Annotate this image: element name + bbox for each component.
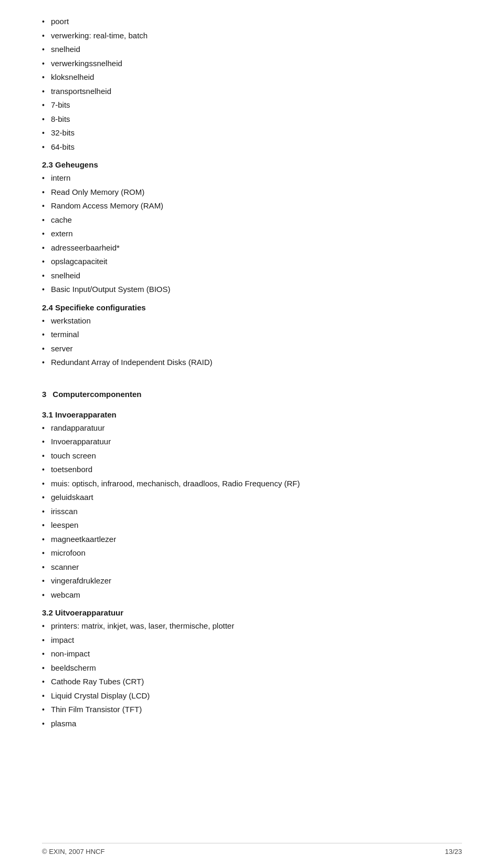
list-item: muis: optisch, infrarood, mechanisch, dr… [42,478,462,490]
list-item: Thin Film Transistor (TFT) [42,704,462,716]
page-footer: © EXIN, 2007 HNCF 13/23 [42,843,462,855]
list-item: snelheid [42,270,462,282]
section-3-2-number: 3.2 [42,608,53,617]
list-item: poort [42,16,462,28]
section-3-1: 3.1 Invoerapparaten randapparatuur Invoe… [42,410,462,601]
section-3-2: 3.2 Uitvoerapparatuur printers: matrix, … [42,608,462,729]
list-item: server [42,343,462,355]
list-item: geluidskaart [42,492,462,504]
list-item: Read Only Memory (ROM) [42,186,462,199]
list-item: non-impact [42,648,462,660]
section-2-3-heading: 2.3 Geheugens [42,160,462,169]
section-3-1-list: randapparatuur Invoerapparatuur touch sc… [42,422,462,601]
list-item: extern [42,228,462,240]
section-2-4-heading: 2.4 Specifieke configuraties [42,303,462,312]
list-item: impact [42,634,462,646]
list-item: werkstation [42,315,462,327]
list-item: printers: matrix, inkjet, was, laser, th… [42,620,462,632]
list-item: adresseerbaarheid* [42,242,462,254]
list-item: 32-bits [42,127,462,139]
list-item: toetsenbord [42,464,462,476]
section-2-3-list: intern Read Only Memory (ROM) Random Acc… [42,172,462,296]
list-item: magneetkaartlezer [42,534,462,546]
list-item: terminal [42,329,462,341]
list-item: randapparatuur [42,422,462,434]
list-item: leespen [42,519,462,531]
section-3-2-title: Uitvoerapparatuur [55,608,123,617]
section-3-2-list: printers: matrix, inkjet, was, laser, th… [42,620,462,729]
list-item: beeldscherm [42,662,462,674]
list-item: 64-bits [42,141,462,153]
section-3-1-title: Invoerapparaten [55,410,117,419]
list-item: snelheid [42,44,462,56]
list-item: intern [42,172,462,184]
chapter-3-number: 3 [42,390,46,399]
section-2-4: 2.4 Specifieke configuraties werkstation… [42,303,462,369]
section-2-4-title: Specifieke configuraties [55,303,146,312]
list-item: cache [42,214,462,226]
list-item: Cathode Ray Tubes (CRT) [42,676,462,688]
list-item: vingerafdruklezer [42,575,462,587]
section-3-1-heading: 3.1 Invoerapparaten [42,410,462,419]
list-item: irisscan [42,506,462,518]
section-3-2-heading: 3.2 Uitvoerapparatuur [42,608,462,617]
chapter-3-heading: 3 Computercomponenten [42,379,462,403]
list-item: kloksnelheid [42,71,462,84]
intro-list: poort verwerking: real-time, batch snelh… [42,16,462,153]
list-item: Redundant Array of Independent Disks (RA… [42,357,462,369]
list-item: microfoon [42,547,462,559]
section-2-3: 2.3 Geheugens intern Read Only Memory (R… [42,160,462,296]
list-item: scanner [42,561,462,573]
list-item: verwerking: real-time, batch [42,30,462,42]
list-item: Random Access Memory (RAM) [42,200,462,212]
list-item: verwerkingssnelheid [42,58,462,70]
list-item: Basic Input/Output System (BIOS) [42,284,462,296]
list-item: webcam [42,589,462,601]
list-item: 8-bits [42,113,462,126]
section-2-4-list: werkstation terminal server Redundant Ar… [42,315,462,369]
list-item: touch screen [42,450,462,462]
list-item: Invoerapparatuur [42,436,462,448]
list-item: transportsnelheid [42,86,462,98]
footer-copyright: © EXIN, 2007 HNCF [42,848,104,855]
chapter-3-title: Computercomponenten [52,390,141,399]
list-item: Liquid Crystal Display (LCD) [42,690,462,702]
section-2-4-number: 2.4 [42,303,53,312]
section-2-3-number: 2.3 [42,160,53,169]
section-3-1-number: 3.1 [42,410,53,419]
footer-page-number: 13/23 [445,848,462,855]
list-item: plasma [42,718,462,730]
list-item: 7-bits [42,99,462,111]
list-item: opslagcapaciteit [42,256,462,268]
section-2-3-title: Geheugens [55,160,98,169]
